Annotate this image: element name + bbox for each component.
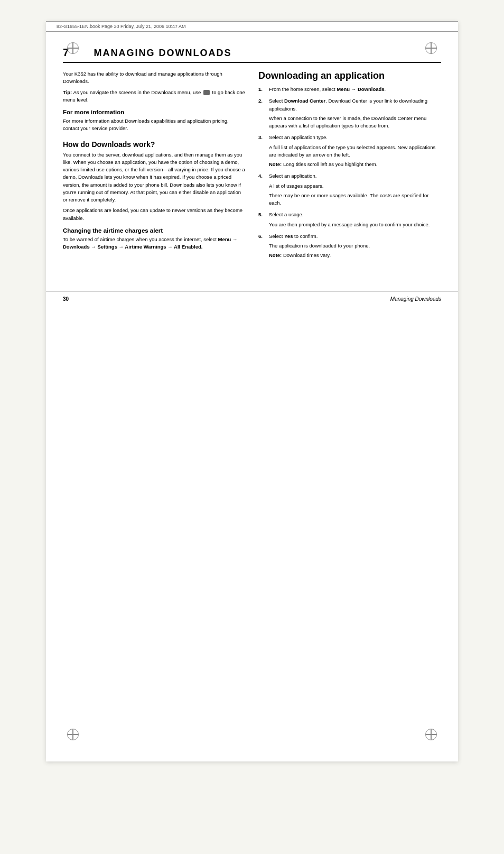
- list-item: 1. From the home screen, select Menu → D…: [258, 86, 441, 93]
- tip-text-content: As you navigate the screens in the Downl…: [73, 89, 202, 95]
- tip-key: [203, 90, 210, 95]
- footer-page-number: 30: [63, 296, 69, 302]
- book-page: 82-G1655-1EN.book Page 30 Friday, July 2…: [46, 21, 458, 761]
- airtime-body-text: To be warned of airtime charges when you…: [63, 236, 218, 242]
- left-column: Your K352 has the ability to download an…: [63, 70, 246, 264]
- list-item: 6. Select Yes to confirm. The applicatio…: [258, 233, 441, 260]
- how-downloads-body1: You connect to the server, download appl…: [63, 151, 246, 204]
- step-sub: A full list of applications of the type …: [269, 144, 441, 159]
- page-container: 82-G1655-1EN.book Page 30 Friday, July 2…: [0, 0, 504, 854]
- step-content: Select Yes to confirm. The application i…: [269, 233, 441, 260]
- footer-bar: 30 Managing Downloads: [46, 291, 458, 306]
- downloading-heading: Downloading an application: [258, 70, 441, 81]
- step-content: From the home screen, select Menu → Down…: [269, 86, 441, 93]
- list-item: 3. Select an application type. A full li…: [258, 134, 441, 168]
- step-number: 4.: [258, 172, 266, 207]
- step-sub: You are then prompted by a message askin…: [269, 221, 441, 228]
- reg-mark-tr: [425, 42, 437, 54]
- step-note: Note: Download times vary.: [269, 252, 441, 259]
- step-number: 6.: [258, 233, 266, 260]
- step-number: 3.: [258, 134, 266, 168]
- list-item: 5. Select a usage. You are then prompted…: [258, 211, 441, 228]
- file-info-text: 82-G1655-1EN.book Page 30 Friday, July 2…: [57, 24, 186, 29]
- list-item: 4. Select an application. A list of usag…: [258, 172, 441, 207]
- right-column: Downloading an application 1. From the h…: [258, 70, 441, 264]
- airtime-heading: Changing the airtime charges alert: [63, 227, 246, 234]
- step-number: 5.: [258, 211, 266, 228]
- step-content: Select Download Center. Download Center …: [269, 97, 441, 130]
- how-downloads-body2: Once applications are loaded, you can up…: [63, 207, 246, 222]
- step-sub: The application is downloaded to your ph…: [269, 242, 441, 250]
- step-content: Select an application. A list of usages …: [269, 172, 441, 207]
- two-column-layout: Your K352 has the ability to download an…: [63, 70, 441, 264]
- airtime-body: To be warned of airtime charges when you…: [63, 236, 246, 251]
- for-more-heading: For more information: [63, 109, 246, 115]
- step-number: 2.: [258, 97, 266, 130]
- content-area: 7 MANAGING DOWNLOADS Your K352 has the a…: [46, 32, 458, 281]
- tip-label: Tip:: [63, 89, 72, 95]
- footer-chapter-name: Managing Downloads: [390, 296, 441, 302]
- step-content: Select a usage. You are then prompted by…: [269, 211, 441, 228]
- reg-mark-br: [425, 729, 437, 740]
- for-more-body: For more information about Downloads cap…: [63, 117, 246, 133]
- steps-list: 1. From the home screen, select Menu → D…: [258, 86, 441, 260]
- reg-mark-bl: [67, 729, 79, 740]
- list-item: 2. Select Download Center. Download Cent…: [258, 97, 441, 130]
- step-note: Note: Long titles scroll left as you hig…: [269, 161, 441, 168]
- step-content: Select an application type. A full list …: [269, 134, 441, 168]
- step-sub2: There may be one or more usages availabl…: [269, 192, 441, 207]
- reg-mark-tl: [67, 42, 79, 54]
- step-sub: A list of usages appears.: [269, 182, 441, 190]
- tip-paragraph: Tip: As you navigate the screens in the …: [63, 89, 246, 104]
- step-number: 1.: [258, 86, 266, 93]
- intro-paragraph: Your K352 has the ability to download an…: [63, 70, 246, 86]
- chapter-heading: 7 MANAGING DOWNLOADS: [63, 47, 441, 63]
- file-info-bar: 82-G1655-1EN.book Page 30 Friday, July 2…: [46, 21, 458, 32]
- how-downloads-heading: How do Downloads work?: [63, 140, 246, 149]
- step-sub: When a connection to the server is made,…: [269, 115, 441, 130]
- chapter-title-display: MANAGING DOWNLOADS: [94, 48, 231, 58]
